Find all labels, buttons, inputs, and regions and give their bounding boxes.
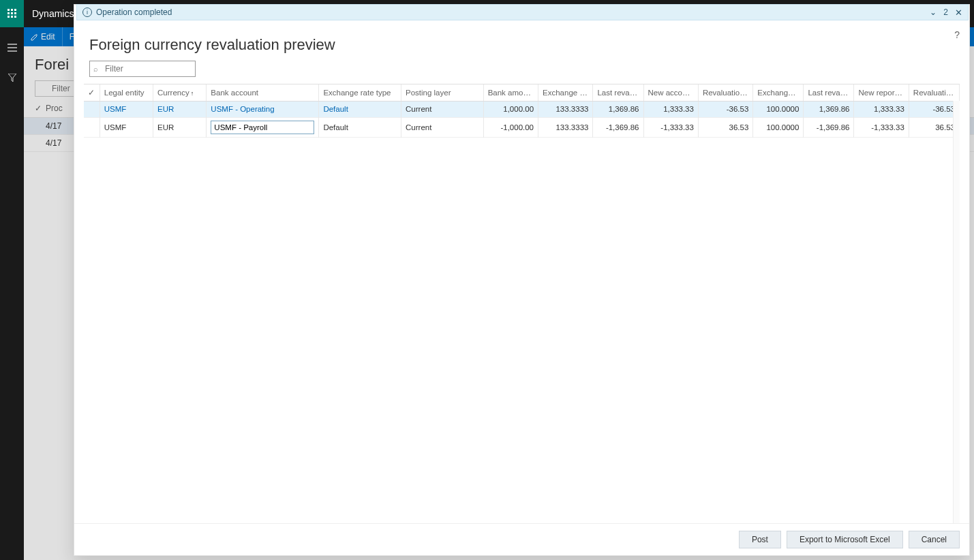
cell-new-accounting[interactable]: 1,333.33: [643, 101, 698, 117]
cell-bank-account[interactable]: [207, 117, 319, 137]
table-row[interactable]: USMFEURDefaultCurrent-1,000.00133.3333-1…: [84, 117, 960, 137]
notification-bar: i Operation completed ⌄ 2 ✕: [76, 4, 969, 20]
cell-posting-layer[interactable]: Current: [401, 101, 484, 117]
preview-dialog: ? Foreign currency revaluation preview ⌕…: [74, 4, 970, 556]
cell-bank-account[interactable]: USMF - Operating: [207, 101, 319, 117]
col-exchange-rate-type[interactable]: Exchange rate type: [319, 84, 401, 101]
col-currency-label: Currency: [157, 89, 189, 97]
close-icon[interactable]: ✕: [955, 7, 962, 18]
cell-legal-entity[interactable]: USMF: [100, 117, 153, 137]
svg-rect-0: [7, 9, 10, 11]
col-posting-layer[interactable]: Posting layer: [401, 84, 484, 101]
info-icon: i: [82, 7, 92, 17]
col-select[interactable]: ✓: [84, 84, 100, 101]
grid: ✓ Legal entity Currency↑ Bank account Ex…: [84, 84, 960, 523]
app-name: Dynamics: [32, 8, 74, 19]
cell-bank-amount[interactable]: 1,000.00: [483, 101, 538, 117]
col-legal-entity[interactable]: Legal entity: [100, 84, 153, 101]
notification-count: 2: [943, 7, 948, 17]
cell-last-revalued-re[interactable]: 1,369.86: [804, 101, 854, 117]
scrollbar[interactable]: [953, 101, 960, 523]
export-excel-button[interactable]: Export to Microsoft Excel: [787, 531, 903, 548]
col-new-reporting[interactable]: New reporting a...: [854, 84, 909, 101]
cell-select[interactable]: [84, 101, 100, 117]
col-currency[interactable]: Currency↑: [153, 84, 207, 101]
notification-message: Operation completed: [96, 7, 172, 17]
funnel-filter-icon[interactable]: [0, 68, 24, 87]
svg-rect-3: [7, 12, 10, 14]
cell-exchange-rate-1[interactable]: 133.3333: [538, 117, 593, 137]
cancel-button[interactable]: Cancel: [909, 531, 960, 548]
col-bank-account[interactable]: Bank account: [207, 84, 319, 101]
col-last-revalued-re[interactable]: Last revalued re...: [804, 84, 854, 101]
col-new-accounting[interactable]: New accounting...: [643, 84, 698, 101]
cell-last-revalued-ac[interactable]: -1,369.86: [593, 117, 643, 137]
bank-account-input[interactable]: [211, 121, 314, 134]
cell-last-revalued-ac[interactable]: 1,369.86: [593, 101, 643, 117]
cell-new-reporting[interactable]: 1,333.33: [854, 101, 909, 117]
cell-legal-entity[interactable]: USMF: [100, 101, 153, 117]
svg-rect-4: [11, 12, 13, 14]
cell-exchange-rate-2[interactable]: 100.0000: [753, 117, 804, 137]
hamburger-menu-icon[interactable]: [0, 38, 24, 57]
post-button[interactable]: Post: [739, 531, 781, 548]
cell-exchange-rate-type[interactable]: Default: [319, 101, 401, 117]
revaluation-table: ✓ Legal entity Currency↑ Bank account Ex…: [84, 84, 960, 138]
table-row[interactable]: USMFEURUSMF - OperatingDefaultCurrent1,0…: [84, 101, 960, 117]
cell-new-reporting[interactable]: -1,333.33: [854, 117, 909, 137]
cell-bank-amount[interactable]: -1,000.00: [483, 117, 538, 137]
cell-select[interactable]: [84, 117, 100, 137]
cell-currency[interactable]: EUR: [153, 117, 207, 137]
app-launcher-button[interactable]: [0, 0, 24, 27]
table-header-row: ✓ Legal entity Currency↑ Bank account Ex…: [84, 84, 960, 101]
cell-new-accounting[interactable]: -1,333.33: [643, 117, 698, 137]
col-reval-gain-2[interactable]: Revaluation gai...: [909, 84, 959, 101]
cell-exchange-rate-2[interactable]: 100.0000: [753, 101, 804, 117]
cell-posting-layer[interactable]: Current: [401, 117, 484, 137]
dialog-filter: ⌕: [89, 61, 196, 77]
cell-exchange-rate-1[interactable]: 133.3333: [538, 101, 593, 117]
left-rail: [0, 0, 24, 560]
col-bank-amount[interactable]: Bank amount: [483, 84, 538, 101]
cell-currency[interactable]: EUR: [153, 101, 207, 117]
svg-rect-1: [11, 9, 13, 11]
cell-reval-gain-1[interactable]: -36.53: [698, 101, 752, 117]
svg-rect-2: [14, 9, 16, 11]
sort-ascending-icon: ↑: [191, 90, 194, 97]
cell-reval-gain-2[interactable]: 36.53: [909, 117, 959, 137]
cell-exchange-rate-type[interactable]: Default: [319, 117, 401, 137]
col-exchange-rate-2[interactable]: Exchange rate: [753, 84, 804, 101]
search-icon: ⌕: [93, 65, 98, 73]
svg-rect-6: [7, 16, 10, 18]
cell-last-revalued-re[interactable]: -1,369.86: [804, 117, 854, 137]
svg-rect-7: [11, 16, 13, 18]
chevron-down-icon[interactable]: ⌄: [930, 7, 937, 17]
col-exchange-rate-1[interactable]: Exchange rate: [538, 84, 593, 101]
col-reval-gain-1[interactable]: Revaluation gai...: [698, 84, 752, 101]
svg-rect-8: [14, 16, 16, 18]
filter-input[interactable]: [89, 61, 196, 77]
svg-rect-5: [14, 12, 16, 14]
cell-reval-gain-2[interactable]: -36.53: [909, 101, 959, 117]
col-last-revalued-ac[interactable]: Last revalued ac...: [593, 84, 643, 101]
dialog-footer: Post Export to Microsoft Excel Cancel: [74, 523, 969, 555]
help-icon[interactable]: ?: [954, 29, 960, 40]
cell-reval-gain-1[interactable]: 36.53: [698, 117, 752, 137]
